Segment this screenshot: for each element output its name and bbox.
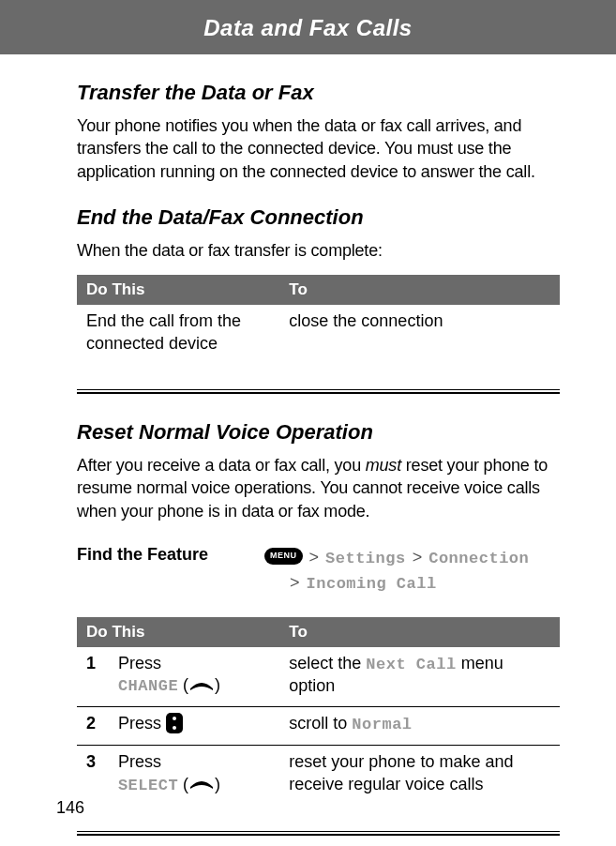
do-key-label: CHANGE bbox=[118, 677, 178, 695]
table-rule-thick bbox=[77, 392, 560, 394]
table-rule bbox=[77, 831, 560, 832]
section1-body: Your phone notifies you when the data or… bbox=[77, 114, 560, 183]
find-feature-path: MENU > Settings > Connection > Incoming … bbox=[264, 545, 529, 597]
section2-table: Do This To End the call from the connect… bbox=[77, 275, 560, 394]
header-title: Data and Fax Calls bbox=[203, 15, 412, 40]
th-to: To bbox=[279, 617, 560, 647]
softkey-icon bbox=[188, 679, 215, 692]
do-text: Press bbox=[118, 752, 161, 771]
table-row: 1 Press CHANGE () select the Next Call m… bbox=[77, 647, 560, 707]
to-text-pre: scroll to bbox=[289, 714, 352, 733]
table-row: End the call from the connected device c… bbox=[77, 305, 560, 362]
to-key: Next Call bbox=[366, 656, 456, 673]
page-content: Transfer the Data or Fax Your phone noti… bbox=[0, 54, 616, 836]
table-row: 2 Press scroll to Normal bbox=[77, 707, 560, 746]
th-to: To bbox=[279, 275, 560, 305]
paren-close: ) bbox=[215, 775, 220, 793]
step-num: 2 bbox=[77, 707, 109, 746]
do-text: Press bbox=[118, 654, 161, 672]
find-feature-block: Find the Feature MENU > Settings > Conne… bbox=[77, 545, 560, 597]
cell-do: Press SELECT () bbox=[109, 746, 279, 804]
to-text-pre: select the bbox=[289, 654, 366, 672]
table-header-row: Do This To bbox=[77, 275, 560, 305]
to-key: Normal bbox=[352, 716, 412, 733]
section1-title: Transfer the Data or Fax bbox=[77, 81, 560, 105]
do-key-label: SELECT bbox=[118, 777, 178, 794]
cell-do: Press CHANGE () bbox=[109, 647, 279, 707]
path-separator: > bbox=[308, 548, 322, 567]
path-connection: Connection bbox=[428, 550, 529, 567]
body-text-em: must bbox=[366, 456, 401, 475]
find-feature-label: Find the Feature bbox=[77, 545, 264, 597]
path-settings: Settings bbox=[325, 550, 406, 567]
paren-close: ) bbox=[215, 675, 220, 694]
path-separator: > bbox=[288, 573, 302, 592]
cell-to: scroll to Normal bbox=[279, 707, 560, 746]
table-row: 3 Press SELECT () reset your phone to ma… bbox=[77, 746, 560, 804]
table-rule bbox=[77, 389, 560, 390]
section3-body: After you receive a data or fax call, yo… bbox=[77, 454, 560, 522]
table-rule-thick bbox=[77, 834, 560, 836]
path-separator: > bbox=[411, 548, 425, 567]
cell-to: close the connection bbox=[279, 305, 560, 362]
menu-key-icon: MENU bbox=[264, 548, 303, 565]
cell-to: select the Next Call menu option bbox=[279, 647, 560, 707]
do-text: Press bbox=[118, 714, 166, 733]
table-header-row: Do This To bbox=[77, 617, 560, 647]
cell-to: reset your phone to make and receive reg… bbox=[279, 746, 560, 804]
step-num: 1 bbox=[77, 647, 109, 707]
page-number: 146 bbox=[56, 798, 84, 818]
th-do: Do This bbox=[77, 275, 279, 305]
cell-do: End the call from the connected device bbox=[77, 305, 279, 362]
cell-do: Press bbox=[109, 707, 279, 746]
path-incoming: Incoming Call bbox=[307, 575, 437, 593]
page-header: Data and Fax Calls bbox=[0, 0, 616, 54]
section2-body: When the data or fax transfer is complet… bbox=[77, 239, 560, 262]
section3-title: Reset Normal Voice Operation bbox=[77, 420, 560, 445]
section2-title: End the Data/Fax Connection bbox=[77, 205, 560, 230]
th-do: Do This bbox=[77, 617, 279, 647]
section3-table: Do This To 1 Press CHANGE () select the … bbox=[77, 617, 560, 836]
nav-key-icon bbox=[166, 713, 183, 733]
softkey-icon bbox=[188, 778, 215, 791]
body-text-pre: After you receive a data or fax call, yo… bbox=[77, 456, 366, 475]
step-num: 3 bbox=[77, 746, 109, 804]
